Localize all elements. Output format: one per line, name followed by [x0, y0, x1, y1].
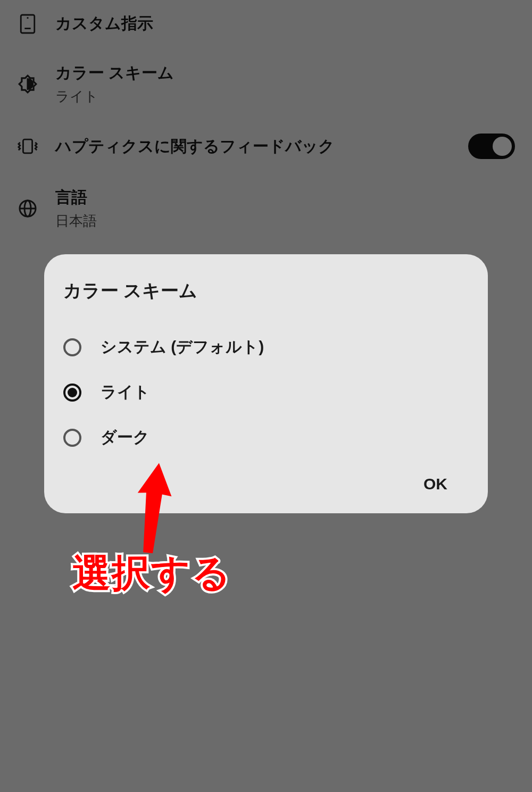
radio-icon [63, 384, 81, 402]
radio-icon [63, 429, 81, 447]
dialog-title: カラー スキーム [63, 279, 469, 303]
color-scheme-dialog: カラー スキーム システム (デフォルト) ライト ダーク OK [44, 254, 488, 513]
radio-option-system[interactable]: システム (デフォルト) [63, 324, 469, 370]
radio-label: システム (デフォルト) [101, 336, 264, 358]
radio-icon [63, 338, 81, 356]
radio-option-dark[interactable]: ダーク [63, 415, 469, 460]
radio-option-light[interactable]: ライト [63, 370, 469, 415]
ok-button[interactable]: OK [415, 471, 456, 497]
radio-label: ダーク [101, 427, 149, 448]
radio-label: ライト [101, 381, 150, 403]
annotation-text: 選択する [72, 548, 232, 599]
